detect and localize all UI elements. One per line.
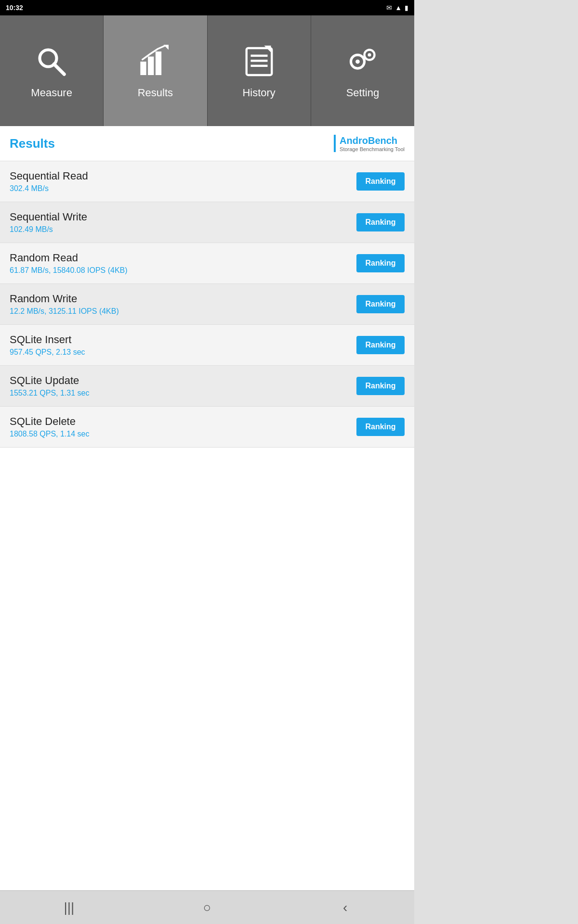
ranking-button-random-read[interactable]: Ranking xyxy=(356,254,405,272)
result-name-sequential-read: Sequential Read xyxy=(10,170,88,182)
result-info-sqlite-insert: SQLite Insert 957.45 QPS, 2.13 sec xyxy=(10,334,85,357)
content-area: Results AndroBench Storage Benchmarking … xyxy=(0,126,414,890)
battery-icon: ▮ xyxy=(405,4,408,12)
status-bar: 10:32 ✉ ▲ ▮ xyxy=(0,0,414,15)
result-row: SQLite Update 1553.21 QPS, 1.31 sec Rank… xyxy=(0,366,414,407)
androbench-logo: AndroBench Storage Benchmarking Tool xyxy=(334,135,405,152)
ranking-button-random-write[interactable]: Ranking xyxy=(356,295,405,313)
result-value-random-read: 61.87 MB/s, 15840.08 IOPS (4KB) xyxy=(10,266,128,275)
bottom-nav-bar: ||| ○ ‹ xyxy=(0,890,414,924)
ranking-button-sequential-read[interactable]: Ranking xyxy=(356,172,405,191)
svg-rect-2 xyxy=(141,62,146,75)
status-time: 10:32 xyxy=(6,4,23,12)
result-row: Random Read 61.87 MB/s, 15840.08 IOPS (4… xyxy=(0,243,414,284)
svg-rect-3 xyxy=(148,57,154,76)
tab-measure-label: Measure xyxy=(31,87,72,99)
result-row: Sequential Write 102.49 MB/s Ranking xyxy=(0,202,414,243)
result-row: SQLite Insert 957.45 QPS, 2.13 sec Ranki… xyxy=(0,325,414,366)
tab-history-label: History xyxy=(242,87,275,99)
result-name-sqlite-insert: SQLite Insert xyxy=(10,334,85,346)
svg-marker-5 xyxy=(164,45,169,50)
setting-icon xyxy=(343,42,382,81)
nav-back-button[interactable]: ‹ xyxy=(331,898,360,917)
result-name-random-read: Random Read xyxy=(10,252,128,264)
tab-measure[interactable]: Measure xyxy=(0,15,104,126)
measure-icon xyxy=(32,42,71,81)
result-row: Random Write 12.2 MB/s, 3125.11 IOPS (4K… xyxy=(0,284,414,325)
logo-bench: Bench xyxy=(368,135,397,146)
result-row: Sequential Read 302.4 MB/s Ranking xyxy=(0,161,414,202)
ranking-button-sqlite-update[interactable]: Ranking xyxy=(356,377,405,395)
tab-setting[interactable]: Setting xyxy=(311,15,414,126)
result-info-random-read: Random Read 61.87 MB/s, 15840.08 IOPS (4… xyxy=(10,252,128,275)
result-value-random-write: 12.2 MB/s, 3125.11 IOPS (4KB) xyxy=(10,307,119,316)
history-icon xyxy=(240,42,278,81)
tab-history[interactable]: History xyxy=(208,15,311,126)
result-row: SQLite Delete 1808.58 QPS, 1.14 sec Rank… xyxy=(0,407,414,448)
ranking-button-sequential-write[interactable]: Ranking xyxy=(356,213,405,231)
tab-results[interactable]: Results xyxy=(104,15,207,126)
wifi-icon: ▲ xyxy=(395,4,402,12)
result-info-sequential-read: Sequential Read 302.4 MB/s xyxy=(10,170,88,193)
result-info-sqlite-update: SQLite Update 1553.21 QPS, 1.31 sec xyxy=(10,374,89,398)
result-name-sqlite-delete: SQLite Delete xyxy=(10,415,89,428)
result-info-sequential-write: Sequential Write 102.49 MB/s xyxy=(10,211,87,234)
tab-setting-label: Setting xyxy=(346,87,380,99)
gmail-icon: ✉ xyxy=(386,4,392,12)
nav-tabs: Measure Results History xyxy=(0,15,414,126)
logo-bar-decoration xyxy=(334,135,336,152)
results-icon xyxy=(136,42,174,81)
result-info-random-write: Random Write 12.2 MB/s, 3125.11 IOPS (4K… xyxy=(10,293,119,316)
result-name-sequential-write: Sequential Write xyxy=(10,211,87,223)
logo-main-text: AndroBench xyxy=(340,135,397,146)
ranking-button-sqlite-delete[interactable]: Ranking xyxy=(356,418,405,436)
result-value-sequential-read: 302.4 MB/s xyxy=(10,184,88,193)
tab-results-label: Results xyxy=(138,87,173,99)
svg-point-12 xyxy=(355,60,360,64)
logo-text-block: AndroBench Storage Benchmarking Tool xyxy=(340,135,405,152)
result-info-sqlite-delete: SQLite Delete 1808.58 QPS, 1.14 sec xyxy=(10,415,89,438)
nav-menu-button[interactable]: ||| xyxy=(54,898,83,917)
result-value-sequential-write: 102.49 MB/s xyxy=(10,225,87,234)
svg-point-14 xyxy=(368,53,371,57)
result-name-sqlite-update: SQLite Update xyxy=(10,374,89,387)
result-value-sqlite-delete: 1808.58 QPS, 1.14 sec xyxy=(10,430,89,438)
result-value-sqlite-insert: 957.45 QPS, 2.13 sec xyxy=(10,348,85,357)
result-name-random-write: Random Write xyxy=(10,293,119,305)
logo-sub-text: Storage Benchmarking Tool xyxy=(340,146,405,152)
results-header: Results AndroBench Storage Benchmarking … xyxy=(0,126,414,161)
ranking-button-sqlite-insert[interactable]: Ranking xyxy=(356,336,405,354)
logo-andro: Andro xyxy=(340,135,368,146)
results-page-title: Results xyxy=(10,136,55,151)
svg-rect-4 xyxy=(156,51,161,75)
result-value-sqlite-update: 1553.21 QPS, 1.31 sec xyxy=(10,389,89,398)
nav-home-button[interactable]: ○ xyxy=(193,898,222,917)
svg-line-1 xyxy=(54,64,64,74)
status-icons: ✉ ▲ ▮ xyxy=(386,4,408,12)
